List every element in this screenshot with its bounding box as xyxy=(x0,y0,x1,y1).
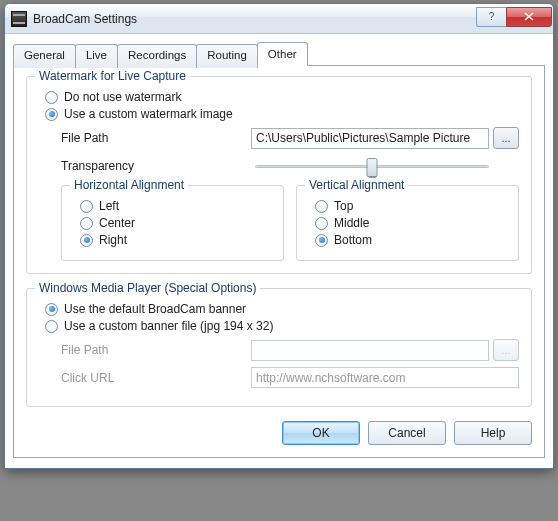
radio-halign-right-label: Right xyxy=(99,233,127,247)
halign-title: Horizontal Alignment xyxy=(70,178,188,192)
titlebar-help-button[interactable]: ? xyxy=(476,7,506,27)
close-icon xyxy=(524,12,534,21)
radio-valign-bottom-label: Bottom xyxy=(334,233,372,247)
group-wmp: Windows Media Player (Special Options) U… xyxy=(26,288,532,407)
radio-halign-center[interactable] xyxy=(80,217,93,230)
settings-dialog: BroadCam Settings ? General Live Recordi… xyxy=(4,3,554,469)
help-icon: ? xyxy=(489,11,495,22)
radio-valign-top[interactable] xyxy=(315,200,328,213)
wmp-filepath-input xyxy=(251,340,489,361)
watermark-filepath-label: File Path xyxy=(61,131,251,145)
transparency-label: Transparency xyxy=(61,159,251,173)
radio-wmp-default[interactable] xyxy=(45,303,58,316)
app-icon xyxy=(11,11,27,27)
radio-watermark-custom[interactable] xyxy=(45,108,58,121)
tab-panel-other: Watermark for Live Capture Do not use wa… xyxy=(13,65,545,458)
group-watermark: Watermark for Live Capture Do not use wa… xyxy=(26,76,532,274)
radio-valign-bottom[interactable] xyxy=(315,234,328,247)
help-button[interactable]: Help xyxy=(454,421,532,445)
radio-valign-middle[interactable] xyxy=(315,217,328,230)
radio-halign-center-label: Center xyxy=(99,216,135,230)
tab-recordings[interactable]: Recordings xyxy=(117,44,197,68)
wmp-clickurl-label: Click URL xyxy=(61,371,251,385)
radio-watermark-none-label: Do not use watermark xyxy=(64,90,181,104)
group-horizontal-alignment: Horizontal Alignment Left Center Right xyxy=(61,185,284,261)
tab-strip: General Live Recordings Routing Other xyxy=(13,42,545,66)
ellipsis-icon: ... xyxy=(501,132,510,144)
radio-wmp-custom-label: Use a custom banner file (jpg 194 x 32) xyxy=(64,319,273,333)
group-wmp-title: Windows Media Player (Special Options) xyxy=(35,281,260,295)
radio-wmp-custom[interactable] xyxy=(45,320,58,333)
window-title: BroadCam Settings xyxy=(33,12,476,26)
radio-watermark-custom-label: Use a custom watermark image xyxy=(64,107,233,121)
group-watermark-title: Watermark for Live Capture xyxy=(35,69,190,83)
tab-other[interactable]: Other xyxy=(257,42,308,66)
slider-thumb[interactable] xyxy=(367,158,378,177)
radio-valign-top-label: Top xyxy=(334,199,353,213)
group-vertical-alignment: Vertical Alignment Top Middle Bottom xyxy=(296,185,519,261)
watermark-browse-button[interactable]: ... xyxy=(493,127,519,149)
cancel-button[interactable]: Cancel xyxy=(368,421,446,445)
ellipsis-icon: ... xyxy=(501,344,510,356)
ok-button[interactable]: OK xyxy=(282,421,360,445)
titlebar[interactable]: BroadCam Settings ? xyxy=(5,4,553,34)
tab-general[interactable]: General xyxy=(13,44,76,68)
radio-halign-left[interactable] xyxy=(80,200,93,213)
tab-routing[interactable]: Routing xyxy=(196,44,258,68)
titlebar-close-button[interactable] xyxy=(506,7,552,27)
watermark-filepath-input[interactable] xyxy=(251,128,489,149)
wmp-filepath-label: File Path xyxy=(61,343,251,357)
tab-live[interactable]: Live xyxy=(75,44,118,68)
valign-title: Vertical Alignment xyxy=(305,178,408,192)
transparency-slider[interactable] xyxy=(255,155,489,177)
radio-valign-middle-label: Middle xyxy=(334,216,369,230)
radio-watermark-none[interactable] xyxy=(45,91,58,104)
wmp-clickurl-input xyxy=(251,367,519,388)
radio-halign-right[interactable] xyxy=(80,234,93,247)
wmp-browse-button: ... xyxy=(493,339,519,361)
radio-wmp-default-label: Use the default BroadCam banner xyxy=(64,302,246,316)
radio-halign-left-label: Left xyxy=(99,199,119,213)
